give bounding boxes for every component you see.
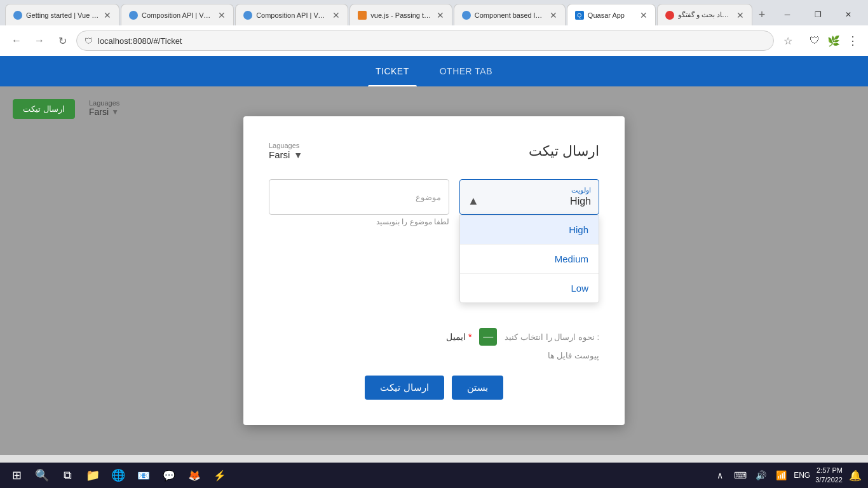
browser-tab-2[interactable]: Composition API | Vue |... ✕ xyxy=(121,4,234,25)
browser-tab-1[interactable]: Getting started | Vue I18... ✕ xyxy=(5,4,119,25)
priority-option-high[interactable]: High xyxy=(460,215,599,244)
clock-date: 3/7/2022 xyxy=(815,475,843,485)
bookmark-button[interactable]: ☆ xyxy=(779,32,797,50)
app-content: ارسال تیکت Laguages Farsi ▼ Laguages Far… xyxy=(0,86,868,455)
priority-field-label: اولویت xyxy=(468,186,591,194)
email-label: * ایمیل xyxy=(446,332,471,342)
send-method-text: : نحوه ارسال را انتخاب کنید xyxy=(505,332,599,342)
clock-time: 2:57 PM xyxy=(815,466,843,475)
shield-browser-icon[interactable]: 🛡 xyxy=(807,33,822,48)
subject-error-message: لطفا موضوع را بنویسید xyxy=(269,217,449,226)
tab-title-2: Composition API | Vue |... xyxy=(142,11,214,19)
tab-favicon-4 xyxy=(358,11,367,20)
address-text: localhost:8080/#/Ticket xyxy=(98,36,766,46)
tray-network-icon[interactable]: 🔊 xyxy=(753,468,768,483)
tab-favicon-7 xyxy=(665,11,674,20)
other-tab-label: OTHER TAB xyxy=(440,66,492,76)
file-explorer-button[interactable]: 📁 xyxy=(81,464,104,487)
close-modal-button[interactable]: بستن xyxy=(452,376,503,400)
address-bar[interactable]: 🛡 localhost:8080/#/Ticket xyxy=(76,30,774,51)
tab-favicon-5 xyxy=(462,11,471,20)
priority-option-medium[interactable]: Medium xyxy=(460,244,599,273)
modal-header: Laguages Farsi ▼ ارسال تیکت xyxy=(269,142,599,160)
browser-controls: ← → ↻ 🛡 localhost:8080/#/Ticket ☆ 🛡 🌿 ⋮ xyxy=(0,25,868,56)
start-button[interactable]: ⊞ xyxy=(5,464,28,487)
forward-button[interactable]: → xyxy=(31,32,48,50)
priority-chevron-up-icon: ▲ xyxy=(468,194,479,208)
tray-keyboard-icon[interactable]: ⌨ xyxy=(733,468,748,483)
modal-language-selector[interactable]: Laguages Farsi ▼ xyxy=(269,142,302,160)
file-upload-row: پیوست فایل ها xyxy=(269,351,599,360)
form-subject-priority-row: اولویت High ▲ High Medium Low xyxy=(269,179,599,226)
extension-icon[interactable]: 🌿 xyxy=(826,33,841,48)
tab-favicon-2 xyxy=(129,11,138,20)
tab-close-4[interactable]: ✕ xyxy=(437,10,444,20)
tab-title-7: ایجاد بحث و گفتگو ... xyxy=(678,11,733,19)
browser-tab-6[interactable]: Q Quasar App ✕ xyxy=(567,4,656,25)
priority-dropdown-menu: High Medium Low xyxy=(459,215,599,303)
system-clock: 2:57 PM 3/7/2022 xyxy=(815,466,843,485)
browser-tab-bar: Getting started | Vue I18... ✕ Compositi… xyxy=(0,0,868,25)
modal-title: ارسال تیکت xyxy=(529,143,599,159)
email-row: : نحوه ارسال را انتخاب کنید — * ایمیل xyxy=(269,328,599,346)
vscode-button[interactable]: ⚡ xyxy=(208,464,231,487)
priority-select[interactable]: اولویت High ▲ xyxy=(459,179,599,215)
back-button[interactable]: ← xyxy=(8,32,25,50)
tab-title-5: Component based loca... xyxy=(475,11,546,19)
app-navigation: TICKET OTHER TAB xyxy=(0,56,868,86)
window-close-button[interactable]: ✕ xyxy=(834,4,863,25)
subject-input[interactable] xyxy=(269,179,449,215)
tab-close-2[interactable]: ✕ xyxy=(218,10,226,20)
tray-language-display: ENG xyxy=(794,471,810,480)
modal-dialog: Laguages Farsi ▼ ارسال تیکت اولویت xyxy=(243,116,625,425)
tab-title-3: Composition API | Vue |... xyxy=(256,11,329,19)
security-shield-icon: 🛡 xyxy=(85,36,93,46)
modal-language-label: Laguages xyxy=(269,142,302,149)
browser-tab-3[interactable]: Composition API | Vue |... ✕ xyxy=(235,4,348,25)
reload-button[interactable]: ↻ xyxy=(53,32,71,50)
task-view-button[interactable]: ⧉ xyxy=(56,464,79,487)
other-tab[interactable]: OTHER TAB xyxy=(424,56,508,86)
tab-close-6[interactable]: ✕ xyxy=(640,10,648,20)
restore-button[interactable]: ❐ xyxy=(803,4,832,25)
minimize-button[interactable]: ─ xyxy=(773,4,802,25)
tab-title-1: Getting started | Vue I18... xyxy=(26,11,100,19)
browser-tab-4[interactable]: vue.js - Passing to v... ✕ xyxy=(349,4,452,25)
file-upload-label[interactable]: پیوست فایل ها xyxy=(548,351,599,360)
email-add-button[interactable]: — xyxy=(479,328,497,346)
tray-up-arrow-icon[interactable]: ∧ xyxy=(712,468,728,483)
priority-container: اولویت High ▲ High Medium Low xyxy=(459,179,599,226)
new-tab-button[interactable]: + xyxy=(754,6,770,24)
tab-close-5[interactable]: ✕ xyxy=(550,10,557,20)
email-required-marker: * xyxy=(468,332,471,342)
search-taskbar-button[interactable]: 🔍 xyxy=(31,464,53,487)
edge-browser-button[interactable]: 🌐 xyxy=(107,464,130,487)
tab-close-1[interactable]: ✕ xyxy=(104,10,111,20)
tray-volume-icon[interactable]: 📶 xyxy=(773,468,789,483)
tab-close-7[interactable]: ✕ xyxy=(736,10,744,20)
subject-form-group: لطفا موضوع را بنویسید xyxy=(269,179,449,226)
tab-close-3[interactable]: ✕ xyxy=(332,10,340,20)
priority-option-low[interactable]: Low xyxy=(460,273,599,302)
menu-button[interactable]: ⋮ xyxy=(845,33,860,48)
notification-button[interactable]: 🔔 xyxy=(848,468,863,483)
tab-favicon-6: Q xyxy=(575,11,584,20)
priority-selected-value: High xyxy=(570,196,591,207)
system-tray: ∧ ⌨ 🔊 📶 ENG 2:57 PM 3/7/2022 🔔 xyxy=(712,466,863,485)
tab-title-6: Quasar App xyxy=(588,11,636,19)
firefox-button[interactable]: 🦊 xyxy=(183,464,206,487)
modal-language-value: Farsi xyxy=(269,149,290,160)
action-buttons-row: ارسال تیکت بستن xyxy=(269,376,599,400)
outlook-button[interactable]: 📧 xyxy=(132,464,155,487)
modal-language-chevron-icon: ▼ xyxy=(294,150,302,160)
ticket-tab[interactable]: TICKET xyxy=(360,56,424,86)
tab-favicon-3 xyxy=(243,11,252,20)
tab-title-4: vue.js - Passing to v... xyxy=(370,11,433,19)
submit-ticket-button[interactable]: ارسال تیکت xyxy=(365,376,444,400)
browser-tab-7[interactable]: ایجاد بحث و گفتگو ... ✕ xyxy=(657,4,752,25)
taskbar: ⊞ 🔍 ⧉ 📁 🌐 📧 💬 🦊 ⚡ ∧ ⌨ 🔊 📶 ENG 2:57 PM 3/… xyxy=(0,463,868,488)
modal-overlay: Laguages Farsi ▼ ارسال تیکت اولویت xyxy=(0,86,868,455)
browser-tab-5[interactable]: Component based loca... ✕ xyxy=(454,4,566,25)
skype-button[interactable]: 💬 xyxy=(158,464,180,487)
tab-favicon-1 xyxy=(13,11,22,20)
